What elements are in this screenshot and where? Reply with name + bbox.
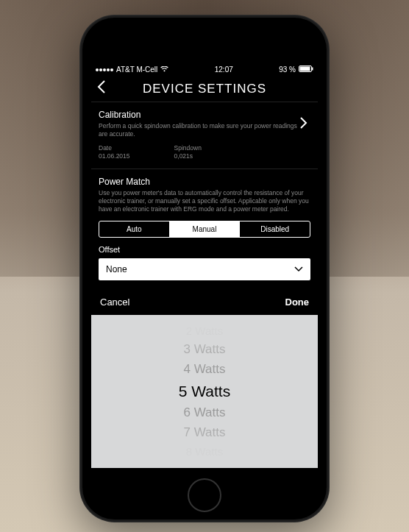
segment-auto[interactable]: Auto — [99, 221, 170, 237]
picker-option-selected[interactable]: 5 Watts — [179, 380, 230, 403]
signal-dots-icon — [96, 68, 113, 71]
segment-manual[interactable]: Manual — [170, 221, 241, 237]
picker-toolbar: Cancel Done — [91, 289, 318, 315]
screen: AT&T M-Cell 12:07 93 % DEV — [91, 63, 318, 468]
offset-label: Offset — [99, 245, 310, 254]
navbar: DEVICE SETTINGS — [91, 76, 318, 102]
calibration-date-label: Date — [99, 144, 130, 152]
power-match-section: Power Match Use you power meter's data t… — [91, 169, 318, 289]
calibration-description: Perform a quick spindown calibration to … — [99, 122, 297, 138]
phone-frame: AT&T M-Cell 12:07 93 % DEV — [79, 15, 330, 522]
power-match-segmented: Auto Manual Disabled — [99, 221, 310, 238]
segment-disabled[interactable]: Disabled — [240, 221, 310, 237]
clock: 12:07 — [215, 65, 233, 74]
wifi-icon — [160, 65, 168, 74]
battery-icon — [299, 65, 313, 74]
carrier-label: AT&T M-Cell — [116, 65, 157, 74]
picker-wheel[interactable]: 2 Watts 3 Watts 4 Watts 5 Watts 6 Watts … — [91, 315, 318, 468]
page-title: DEVICE SETTINGS — [143, 82, 266, 96]
picker-option[interactable]: 8 Watts — [186, 443, 223, 461]
calibration-row[interactable]: Calibration Perform a quick spindown cal… — [99, 110, 310, 138]
chevron-down-icon — [294, 264, 303, 274]
picker-option[interactable]: 6 Watts — [184, 403, 226, 423]
offset-select[interactable]: None — [99, 258, 310, 280]
back-button[interactable] — [97, 80, 106, 97]
battery-percent: 93 % — [279, 65, 296, 74]
calibration-section: Calibration Perform a quick spindown cal… — [91, 102, 318, 169]
picker-option[interactable]: 3 Watts — [184, 340, 226, 360]
calibration-spindown-value: 0,021s — [174, 152, 202, 160]
cancel-button[interactable]: Cancel — [100, 297, 129, 308]
calibration-date-value: 01.06.2015 — [99, 152, 130, 160]
offset-value: None — [106, 264, 127, 274]
calibration-spindown-label: Spindown — [174, 144, 202, 152]
picker-option[interactable]: 2 Watts — [186, 322, 223, 340]
done-button[interactable]: Done — [285, 297, 310, 308]
chevron-right-icon — [297, 116, 310, 132]
calibration-title: Calibration — [99, 110, 297, 120]
picker-option[interactable]: 7 Watts — [184, 423, 226, 443]
svg-rect-1 — [299, 67, 310, 71]
power-match-description: Use you power meter's data to automatica… — [99, 189, 310, 213]
status-bar: AT&T M-Cell 12:07 93 % — [91, 63, 318, 76]
chevron-left-icon — [97, 80, 106, 93]
home-button[interactable] — [188, 478, 221, 512]
power-match-title: Power Match — [99, 177, 310, 187]
picker-option[interactable]: 4 Watts — [184, 360, 226, 380]
svg-rect-2 — [312, 68, 313, 71]
